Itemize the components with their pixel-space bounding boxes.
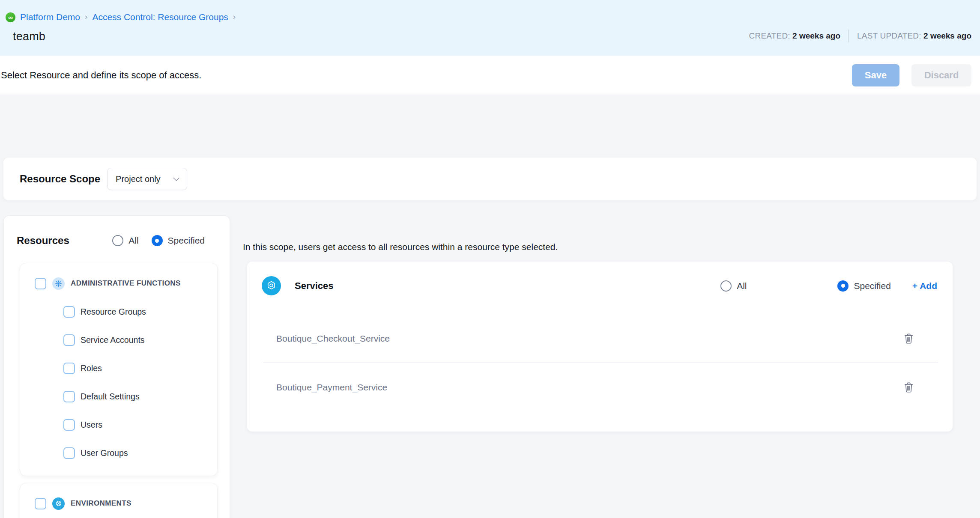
title-row: teamb CREATED: 2 weeks ago LAST UPDATED:… [6, 30, 971, 43]
toolbar-actions: Save Discard [852, 64, 971, 86]
services-radio-all[interactable]: All [720, 280, 747, 292]
services-header: Services All Specified + Add [247, 262, 953, 307]
services-scope-controls: All Specified + Add [720, 280, 937, 292]
services-radio-all-label: All [737, 281, 747, 291]
services-title: Services [295, 280, 334, 292]
item-label: Roles [81, 363, 102, 373]
services-radio-specified[interactable]: Specified [837, 280, 890, 292]
meta-divider [849, 30, 849, 42]
breadcrumb-link-resource-groups[interactable]: Access Control: Resource Groups [92, 12, 228, 22]
discard-button[interactable]: Discard [911, 64, 971, 86]
breadcrumb-link-platform-demo[interactable]: Platform Demo [20, 12, 80, 22]
checkbox-service-accounts[interactable] [63, 334, 75, 346]
item-row-resource-groups: Resource Groups [20, 298, 217, 326]
checkbox-administrative-functions[interactable] [35, 278, 46, 289]
checkbox-environments[interactable] [35, 498, 46, 509]
resource-scope-label: Resource Scope [20, 173, 100, 185]
item-label: User Groups [81, 448, 128, 458]
services-card: Services All Specified + Add [247, 262, 953, 432]
action-toolbar: Select Resource and define its scope of … [0, 56, 980, 95]
item-label: Users [81, 420, 102, 430]
resources-title: Resources [17, 235, 69, 247]
environments-card: ENVIRONMENTS [20, 483, 218, 518]
created-value: 2 weeks ago [792, 31, 840, 40]
record-meta: CREATED: 2 weeks ago LAST UPDATED: 2 wee… [749, 30, 971, 43]
item-row-default-settings: Default Settings [20, 382, 217, 411]
item-label: Default Settings [81, 392, 140, 402]
group-row-administrative-functions: ADMINISTRATIVE FUNCTIONS [20, 269, 217, 298]
created-label: CREATED: [749, 31, 790, 40]
trash-icon [903, 381, 914, 393]
checkbox-roles[interactable] [63, 363, 75, 374]
radio-unchecked-icon [720, 280, 732, 292]
main-area: In this scope, users get access to all r… [230, 215, 980, 518]
service-row: Boutique_Checkout_Service [247, 314, 953, 363]
updated-meta: LAST UPDATED: 2 weeks ago [857, 31, 971, 41]
platform-logo-icon[interactable]: ∞ [6, 12, 15, 22]
page-header: ∞ Platform Demo › Access Control: Resour… [0, 0, 980, 56]
group-row-environments: ENVIRONMENTS [20, 489, 217, 518]
chevron-right-icon: › [85, 12, 87, 21]
page-title: teamb [13, 30, 45, 43]
toolbar-description: Select Resource and define its scope of … [1, 70, 201, 81]
radio-checked-icon [837, 280, 849, 292]
resource-scope-card: Resource Scope Project only [3, 158, 977, 200]
service-name: Boutique_Checkout_Service [276, 333, 390, 344]
resources-panel-header: Resources All Specified [4, 216, 230, 247]
resources-radio-specified-label: Specified [168, 235, 205, 246]
item-label: Resource Groups [81, 307, 146, 317]
created-meta: CREATED: 2 weeks ago [749, 31, 841, 41]
content-columns: Resources All Specified [0, 215, 980, 518]
screen: ∞ Platform Demo › Access Control: Resour… [0, 0, 980, 518]
services-radio-specified-label: Specified [854, 281, 890, 291]
scope-note: In this scope, users get access to all r… [242, 242, 953, 252]
breadcrumb: ∞ Platform Demo › Access Control: Resour… [6, 12, 971, 22]
services-rows: Boutique_Checkout_Service [247, 314, 953, 411]
resource-scope-select[interactable]: Project only [107, 168, 187, 190]
add-service-button[interactable]: + Add [912, 281, 937, 291]
chevron-right-icon: › [233, 12, 236, 21]
resources-radio-all[interactable]: All [112, 235, 138, 246]
group-label: ADMINISTRATIVE FUNCTIONS [71, 279, 181, 288]
gear-icon [52, 277, 65, 290]
service-row: Boutique_Payment_Service [247, 363, 953, 411]
radio-checked-icon [152, 235, 163, 246]
chevron-down-icon [173, 174, 180, 181]
service-hexagon-icon [262, 276, 281, 295]
resources-radio-all-label: All [128, 235, 138, 246]
resources-scope-radios: All Specified [112, 235, 205, 246]
page-body: Resource Scope Project only Resources Al… [0, 95, 980, 518]
delete-service-button[interactable] [902, 380, 916, 395]
save-button[interactable]: Save [852, 64, 899, 86]
checkbox-resource-groups[interactable] [63, 306, 75, 318]
group-label: ENVIRONMENTS [71, 499, 131, 508]
checkbox-users[interactable] [63, 419, 75, 431]
radio-unchecked-icon [112, 235, 123, 246]
delete-service-button[interactable] [902, 331, 916, 346]
checkbox-user-groups[interactable] [63, 447, 75, 459]
updated-value: 2 weeks ago [923, 31, 971, 40]
checkbox-default-settings[interactable] [63, 391, 75, 402]
globe-icon [52, 497, 65, 510]
item-row-roles: Roles [20, 354, 217, 382]
item-row-service-accounts: Service Accounts [20, 326, 217, 354]
item-label: Service Accounts [81, 335, 145, 345]
updated-label: LAST UPDATED: [857, 31, 921, 40]
item-row-users: Users [20, 411, 217, 439]
admin-functions-card: ADMINISTRATIVE FUNCTIONS Resource Groups… [20, 263, 218, 476]
trash-icon [903, 333, 914, 345]
item-row-user-groups: User Groups [20, 439, 217, 467]
resources-radio-specified[interactable]: Specified [152, 235, 205, 246]
service-name: Boutique_Payment_Service [276, 382, 387, 393]
resource-scope-value: Project only [116, 174, 161, 184]
resources-panel: Resources All Specified [3, 215, 230, 518]
